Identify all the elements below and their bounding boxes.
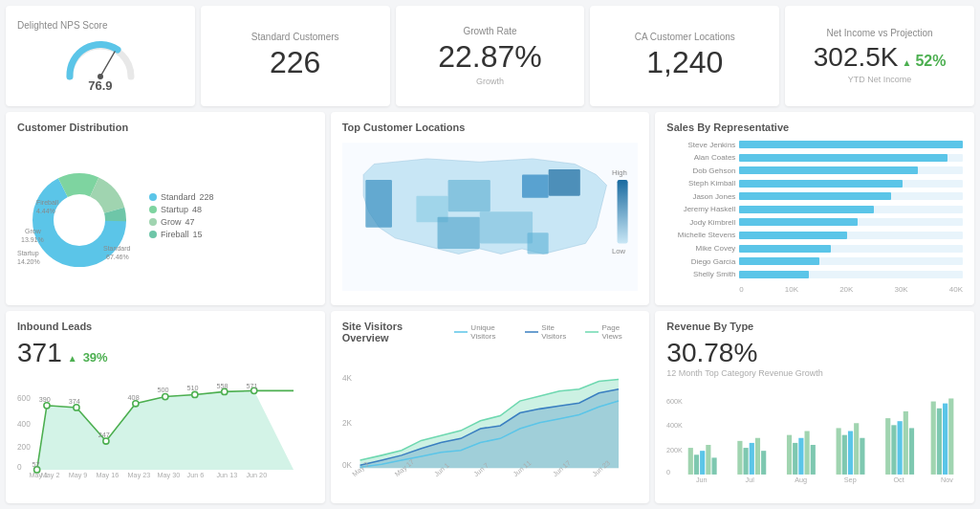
- bar-row-0: Steve Jenkins: [666, 141, 963, 149]
- donut-chart-icon: Fireball 4.44% Grow 13.91% Startup 14.20…: [17, 165, 142, 270]
- svg-text:4K: 4K: [342, 374, 353, 383]
- svg-text:Sep: Sep: [844, 476, 857, 484]
- svg-text:390: 390: [39, 394, 51, 403]
- svg-text:14.20%: 14.20%: [17, 258, 40, 265]
- kpi-std-title: Standard Customers: [251, 32, 339, 42]
- svg-rect-106: [949, 398, 954, 474]
- bar-fill-5: [739, 206, 873, 213]
- legend-item-startup: Startup 48: [149, 205, 214, 214]
- svg-text:67.46%: 67.46%: [106, 254, 129, 260]
- svg-rect-101: [904, 410, 908, 474]
- kpi-ca-locations: CA Customer Locations 1,240: [590, 6, 779, 106]
- svg-rect-91: [805, 431, 810, 474]
- sales-by-rep-card: Sales By Representative Steve Jenkins Al…: [655, 112, 974, 305]
- svg-text:400: 400: [17, 419, 31, 428]
- svg-rect-17: [522, 175, 549, 198]
- svg-text:408: 408: [128, 392, 140, 401]
- site-visitors-card: Site Visitors Overview Unique Visitors S…: [331, 311, 650, 504]
- svg-point-6: [54, 195, 104, 245]
- bar-row-3: Steph Kimball: [666, 179, 963, 188]
- svg-rect-84: [744, 448, 749, 475]
- svg-text:510: 510: [187, 384, 199, 392]
- svg-text:May 2: May 2: [41, 471, 60, 479]
- svg-rect-94: [842, 434, 847, 474]
- donut-section: Fireball 4.44% Grow 13.91% Startup 14.20…: [17, 139, 314, 296]
- bar-fill-7: [739, 232, 846, 239]
- svg-rect-99: [892, 425, 897, 475]
- kpi-growth-rate: Growth Rate 22.87% Growth: [396, 6, 585, 106]
- bar-axis: 0 10K 20K 30K 40K: [666, 285, 963, 294]
- svg-rect-78: [688, 448, 693, 475]
- inbound-up-arrow-icon: ▲: [68, 353, 77, 364]
- kpi-std-value: 226: [270, 46, 320, 79]
- svg-rect-83: [738, 440, 743, 474]
- up-arrow-icon: ▲: [902, 57, 911, 68]
- kpi-ca-title: CA Customer Locations: [635, 32, 735, 42]
- svg-text:500: 500: [158, 386, 169, 394]
- legend-item-standard: Standard 228: [149, 192, 214, 202]
- inbound-leads-card: Inbound Leads 371 ▲ 39% 600 400 200 0: [6, 311, 325, 504]
- sales-bar-chart: Steve Jenkins Alan Coates Dob Gehson Ste…: [666, 139, 963, 296]
- svg-rect-18: [447, 180, 490, 211]
- svg-rect-85: [750, 442, 754, 474]
- legend-site: Site Visitors: [525, 323, 577, 341]
- bar-row-5: Jeremy Haskell: [666, 205, 963, 213]
- svg-text:Grow: Grow: [25, 228, 42, 234]
- bar-fill-8: [739, 245, 831, 253]
- svg-text:Jun: Jun: [696, 476, 708, 484]
- bar-fill-2: [739, 166, 918, 174]
- svg-rect-103: [931, 401, 936, 474]
- map-area: High Low: [342, 139, 639, 296]
- bar-row-10: Shelly Smith: [666, 270, 963, 278]
- svg-rect-95: [848, 431, 853, 474]
- svg-text:558: 558: [217, 382, 229, 390]
- svg-text:400K: 400K: [666, 421, 683, 430]
- revenue-value-row: 30.78%: [666, 338, 963, 368]
- kpi-nps: Delighted NPS Score 76.9: [6, 6, 195, 106]
- kpi-standard-customers: Standard Customers 226: [201, 6, 390, 106]
- svg-rect-16: [548, 169, 579, 196]
- legend-unique: Unique Visitors: [454, 323, 517, 341]
- site-visitors-line-icon: [525, 330, 538, 334]
- customer-distribution-title: Customer Distribution: [17, 122, 314, 133]
- legend-item-grow: Grow 47: [149, 217, 214, 227]
- bar-row-1: Alan Coates: [666, 153, 963, 162]
- svg-rect-92: [811, 444, 816, 474]
- kpi-net-sub: YTD Net Income: [848, 75, 912, 84]
- kpi-growth-sub: Growth: [476, 77, 504, 86]
- svg-rect-90: [799, 437, 804, 474]
- legend-dot-standard: [149, 193, 157, 201]
- us-map-icon: High Low: [342, 139, 639, 296]
- svg-text:200: 200: [17, 443, 31, 452]
- svg-text:374: 374: [69, 396, 80, 405]
- bar-fill-9: [739, 257, 819, 265]
- bar-row-9: Diego Garcia: [666, 257, 963, 266]
- svg-text:571: 571: [246, 382, 257, 390]
- svg-text:May 30: May 30: [158, 471, 181, 479]
- mid-row: Customer Distribution Fireball 4.4: [6, 112, 974, 305]
- svg-rect-102: [909, 428, 914, 475]
- svg-rect-87: [761, 451, 766, 475]
- svg-rect-97: [860, 437, 865, 474]
- site-visitors-legend: Unique Visitors Site Visitors Page Views: [454, 323, 638, 341]
- kpi-net-income: Net Income vs Projection 302.5K ▲ 52% YT…: [785, 6, 974, 106]
- svg-rect-105: [943, 403, 947, 474]
- kpi-growth-title: Growth Rate: [463, 26, 516, 36]
- svg-text:Startup: Startup: [17, 250, 39, 257]
- revenue-pct-value: 30.78%: [666, 338, 757, 368]
- kpi-growth-value: 22.87%: [438, 40, 542, 74]
- bar-row-8: Mike Covey: [666, 244, 963, 253]
- svg-rect-100: [898, 421, 903, 475]
- gauge-container: 76.9: [17, 34, 184, 93]
- svg-rect-20: [365, 180, 392, 228]
- svg-text:2K: 2K: [342, 418, 353, 427]
- svg-text:Standard: Standard: [103, 245, 131, 252]
- kpi-net-title: Net Income vs Projection: [827, 28, 933, 38]
- bar-row-4: Jason Jones: [666, 192, 963, 201]
- customer-distribution-card: Customer Distribution Fireball 4.4: [6, 112, 325, 305]
- svg-text:0: 0: [666, 467, 670, 476]
- svg-text:Aug: Aug: [795, 476, 808, 484]
- svg-text:247: 247: [98, 430, 110, 438]
- svg-rect-82: [712, 457, 717, 475]
- top-customer-locations-card: Top Customer Locations: [331, 112, 650, 305]
